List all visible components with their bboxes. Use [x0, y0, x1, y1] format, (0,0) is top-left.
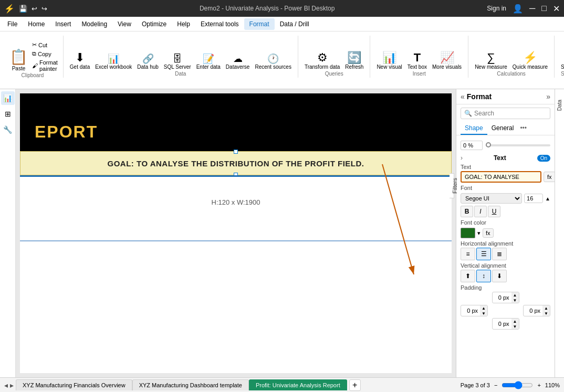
window-controls-redo[interactable]: ↪	[41, 5, 47, 13]
tab-general[interactable]: General	[487, 122, 518, 135]
font-color-swatch[interactable]	[461, 228, 475, 238]
padding-bottom-input[interactable]	[493, 320, 511, 328]
zoom-slider[interactable]	[502, 381, 533, 389]
close-icon[interactable]: ✕	[553, 4, 560, 14]
text-content-input[interactable]	[461, 171, 541, 183]
padding-top-up[interactable]: ▲	[511, 292, 519, 298]
italic-button[interactable]: I	[474, 206, 487, 217]
minimize-icon[interactable]: ─	[529, 4, 535, 13]
tab-more-icon[interactable]: •••	[518, 122, 529, 135]
cut-button[interactable]: ✂ Cut	[31, 41, 59, 49]
v-align-label: Vertical alignment	[461, 262, 550, 269]
page-prev-icon[interactable]: ◂	[4, 381, 8, 389]
window-controls-undo[interactable]: ↩	[32, 5, 37, 13]
sign-in-button[interactable]: Sign in	[487, 5, 506, 12]
filters-tab[interactable]: Filters	[450, 173, 454, 198]
padding-bottom-down[interactable]: ▼	[511, 324, 519, 329]
data-hub-button[interactable]: 🔗 Data hub	[135, 53, 161, 71]
text-toggle[interactable]: On	[537, 155, 550, 162]
menu-insert[interactable]: Insert	[50, 18, 76, 30]
menu-format[interactable]: Format	[244, 18, 275, 30]
sql-label: SQL Server	[164, 64, 191, 70]
quick-measure-button[interactable]: ⚡ Quick measure	[510, 51, 550, 71]
copy-button[interactable]: ⧉ Copy	[31, 50, 59, 58]
menu-external-tools[interactable]: External tools	[195, 18, 244, 30]
excel-workbook-button[interactable]: 📊 Excel workbook	[93, 53, 134, 71]
window-controls-save[interactable]: 💾	[19, 5, 27, 13]
user-icon[interactable]: 👤	[513, 4, 523, 14]
data-edge-tab[interactable]: Data	[555, 89, 564, 377]
menu-modeling[interactable]: Modeling	[76, 18, 112, 30]
padding-left-up[interactable]: ▲	[480, 305, 487, 311]
paste-button[interactable]: 📋 Paste	[6, 47, 31, 72]
menu-optimize[interactable]: Optimize	[137, 18, 172, 30]
padding-right-input[interactable]	[524, 306, 542, 315]
calculations-buttons: ∑ New measure ⚡ Quick measure	[473, 36, 550, 71]
new-visual-icon: 📊	[382, 52, 396, 63]
page-next-icon[interactable]: ▸	[10, 381, 14, 389]
sidebar-visualizations-icon[interactable]: 📊	[1, 91, 15, 105]
get-data-button[interactable]: ⬇ Get data	[68, 51, 92, 71]
tab-xyz-dashboard[interactable]: XYZ Manufacturing Dashboard template	[132, 379, 249, 390]
color-chevron-icon[interactable]: ▾	[477, 230, 481, 237]
underline-button[interactable]: U	[488, 206, 500, 217]
padding-right-down[interactable]: ▼	[542, 311, 550, 316]
menu-file[interactable]: File	[2, 18, 23, 30]
sql-server-button[interactable]: 🗄 SQL Server	[162, 53, 193, 71]
align-left-button[interactable]: ≡	[461, 248, 475, 260]
new-measure-button[interactable]: ∑ New measure	[473, 51, 509, 71]
padding-top-input-wrap: ▲ ▼	[492, 292, 519, 303]
padding-left-input[interactable]	[461, 306, 480, 315]
dataverse-button[interactable]: ☁ Dataverse	[224, 53, 252, 71]
restore-icon[interactable]: □	[541, 4, 547, 13]
v-align-middle-button[interactable]: ↕	[476, 270, 491, 282]
font-family-select[interactable]: Segoe UI	[461, 193, 522, 204]
color-fx-button[interactable]: fx	[483, 228, 494, 238]
insert-buttons: 📊 New visual T Text box 📈 More visuals	[374, 36, 464, 71]
menu-home[interactable]: Home	[23, 18, 50, 30]
format-painter-button[interactable]: 🖌 Format painter	[31, 59, 59, 72]
padding-bottom-up[interactable]: ▲	[511, 319, 519, 324]
padding-left-down[interactable]: ▼	[480, 311, 487, 316]
menu-help[interactable]: Help	[172, 18, 195, 30]
sensitivity-button[interactable]: 🛡 Sensitivity	[559, 51, 564, 71]
padding-top-down[interactable]: ▼	[511, 298, 519, 303]
text-fx-button[interactable]: fx	[544, 172, 555, 182]
search-input[interactable]	[474, 110, 547, 117]
panel-expand-icon[interactable]: »	[546, 92, 550, 101]
panel-tabs: Shape General •••	[456, 122, 555, 135]
bold-button[interactable]: B	[461, 206, 473, 217]
zoom-in-icon[interactable]: +	[537, 382, 540, 388]
transform-data-button[interactable]: ⚙ Transform data	[302, 51, 342, 71]
opacity-slider-thumb[interactable]	[486, 142, 491, 147]
add-page-button[interactable]: +	[349, 379, 361, 391]
refresh-button[interactable]: 🔄 Refresh	[343, 51, 365, 71]
tab-xyz-financials[interactable]: XYZ Manufacturing Financials Overview	[16, 379, 132, 390]
menu-data-drill[interactable]: Data / Drill	[275, 18, 315, 30]
enter-data-button[interactable]: 📝 Enter data	[194, 53, 223, 71]
padding-bottom-input-wrap: ▲ ▼	[492, 318, 519, 330]
tab-shape[interactable]: Shape	[461, 122, 487, 135]
align-center-button[interactable]: ☰	[476, 248, 491, 260]
panel-collapse-icon[interactable]: «	[461, 92, 465, 101]
font-size-input[interactable]	[524, 194, 543, 203]
text-box-button[interactable]: T Text box	[405, 51, 429, 71]
v-align-bottom-button[interactable]: ⬇	[492, 270, 507, 282]
tab-profit-univariate[interactable]: Profit: Univariate Analysis Report	[249, 379, 347, 390]
zoom-out-icon[interactable]: −	[494, 382, 497, 388]
opacity-input[interactable]	[461, 141, 483, 150]
padding-right-up[interactable]: ▲	[542, 305, 550, 311]
recent-sources-button[interactable]: 🕐 Recent sources	[253, 53, 293, 71]
paste-label: Paste	[12, 66, 26, 71]
new-visual-button[interactable]: 📊 New visual	[374, 51, 404, 71]
more-visuals-button[interactable]: 📈 More visuals	[430, 51, 464, 71]
sidebar-format-icon[interactable]: 🔧	[1, 123, 15, 136]
menu-view[interactable]: View	[112, 18, 137, 30]
padding-top-input[interactable]	[493, 293, 511, 302]
font-size-up-icon[interactable]: ▲	[545, 196, 550, 202]
align-right-button[interactable]: ≣	[492, 248, 507, 260]
sidebar-table-icon[interactable]: ⊞	[1, 107, 15, 121]
v-align-top-button[interactable]: ⬆	[461, 270, 475, 282]
yellow-banner[interactable]: GOAL: TO ANALYSE THE DISTRIBUTION OF THE…	[20, 151, 452, 175]
queries-group-label: Queries	[302, 71, 365, 78]
